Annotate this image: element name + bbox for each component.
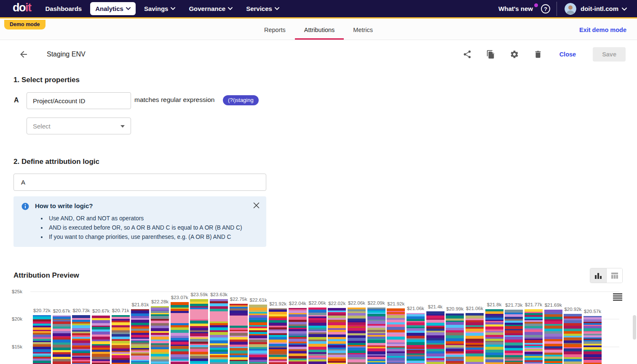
nav-savings[interactable]: Savings [139,2,181,15]
tab-attributions[interactable]: Attributions [295,20,344,40]
bar-segment [249,335,267,338]
stacked-bar[interactable] [112,315,130,364]
bar-value-label: $21.77k [525,302,542,307]
stacked-bar[interactable] [230,304,248,364]
stacked-bar[interactable] [289,308,307,364]
bar-segment [426,323,444,326]
bar-segment [308,334,327,337]
stacked-bar[interactable] [446,313,464,364]
bar-value-label: $21.92k [387,301,404,306]
bar-value-label: $22.04k [289,301,306,306]
bar-segment [230,351,248,353]
nav-dashboards[interactable]: Dashboards [40,2,87,15]
stacked-bar[interactable] [210,299,228,364]
nav-governance[interactable]: Governance [184,2,238,15]
stacked-bar[interactable] [72,315,90,364]
nav-services[interactable]: Services [241,2,284,15]
stacked-bar[interactable] [92,316,110,364]
logo-text-do: do [13,1,25,14]
delete-trash-icon[interactable] [533,50,543,59]
bar-segment [544,334,562,337]
bar-segment [544,321,562,324]
bar-segment [544,326,562,329]
stacked-bar[interactable] [131,309,149,364]
stacked-bar[interactable] [151,306,169,364]
bar-segment [348,328,366,331]
bar-segment [564,337,582,340]
help-icon[interactable]: ? [541,4,551,14]
stacked-bar[interactable] [544,310,562,364]
settings-gear-icon[interactable] [510,50,519,59]
bar-segment [367,340,385,343]
stacked-bar[interactable] [171,302,189,364]
tab-reports[interactable]: Reports [255,20,295,40]
bar-value-label: $20.67k [53,308,70,313]
chart-context-menu-icon[interactable] [613,293,622,301]
avatar[interactable] [565,3,576,15]
bar-segment [151,328,169,331]
stacked-bar[interactable] [387,308,405,364]
stacked-bar[interactable] [583,316,602,364]
bar-segment [387,358,405,361]
nav-analytics[interactable]: Analytics [90,2,136,15]
back-arrow-icon[interactable] [19,49,29,59]
bar-segment [112,327,130,330]
stacked-bar[interactable] [269,308,287,364]
table-view-toggle[interactable] [606,268,622,283]
scrollbar-thumb[interactable] [633,315,636,340]
bullet-item: If you want to change priorities, use pa… [47,233,242,242]
bar-segment [348,354,366,357]
regex-chip[interactable]: (?i)staging [223,95,259,105]
stacked-bar[interactable] [426,311,444,364]
tab-metrics[interactable]: Metrics [344,20,382,40]
bar-segment [171,346,189,349]
stacked-bar[interactable] [249,305,267,364]
stacked-bar[interactable] [525,309,543,364]
bar-value-label: $22.06k [348,300,365,305]
stacked-bar[interactable] [33,315,51,364]
bar-segment [210,340,228,343]
bar-segment [426,353,444,356]
save-button[interactable]: Save [593,47,626,62]
bar-value-label: $20.73k [72,308,90,313]
close-icon[interactable] [253,202,260,209]
stacked-bar[interactable] [367,308,385,364]
chevron-down-icon[interactable] [622,5,627,13]
close-button[interactable]: Close [557,48,579,61]
bar-segment [249,351,267,353]
logic-input[interactable]: A [13,174,266,191]
account-menu[interactable]: doit-intl.com [581,5,618,12]
duplicate-icon[interactable] [486,50,495,59]
bar-segment [348,348,366,351]
preview-view-toggle [590,268,623,283]
stacked-bar[interactable] [485,309,503,364]
bar-segment [583,351,602,354]
stacked-bar[interactable] [564,314,582,364]
exit-demo-mode-link[interactable]: Exit demo mode [579,20,626,40]
stacked-bar[interactable] [53,316,71,364]
stacked-bar[interactable] [348,308,366,364]
bar-segment [308,361,327,364]
bar-segment [171,313,189,323]
attribution-preview-chart: $25k$20k$15k$20.72k$20.67k$20.73k$20.67k… [0,285,637,364]
bar-segment [289,339,307,342]
stacked-bar[interactable] [190,299,208,364]
bar-segment [151,349,169,352]
bullet-item: Use AND, OR and NOT as operators [47,214,242,223]
value-select-dropdown[interactable]: Select [27,118,131,134]
bar-segment [505,362,523,364]
bar-segment [446,325,464,328]
stacked-bar[interactable] [407,313,425,364]
whats-new-button[interactable]: What's new [494,3,537,15]
dimension-field[interactable]: Project/Account ID [27,92,131,109]
bar-segment [269,351,287,354]
stacked-bar[interactable] [466,313,484,364]
stacked-bar[interactable] [308,308,327,364]
doit-logo[interactable]: doit [13,1,31,14]
bar-value-label: $23.59k [190,292,208,297]
stacked-bar[interactable] [328,308,346,364]
bar-segment [446,316,464,318]
chart-view-toggle[interactable] [590,268,606,283]
share-icon[interactable] [463,50,472,59]
stacked-bar[interactable] [505,310,523,364]
